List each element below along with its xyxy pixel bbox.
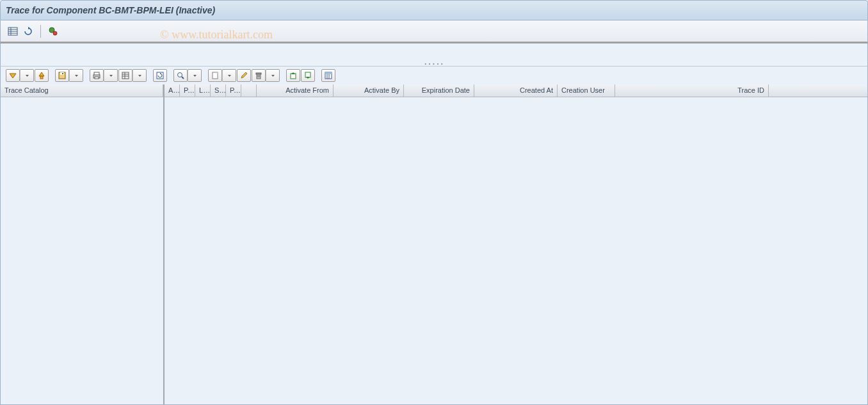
grid-icon [121, 71, 130, 80]
svg-marker-29 [193, 75, 197, 77]
layout-dropdown[interactable] [133, 69, 147, 82]
find-icon [176, 71, 185, 80]
pencil-icon [239, 71, 248, 80]
print-button[interactable] [90, 69, 104, 82]
app-toolbar [0, 20, 868, 44]
print-dropdown[interactable] [104, 69, 118, 82]
refresh-grid-button[interactable] [153, 69, 167, 82]
svg-marker-10 [39, 72, 44, 76]
col-p2[interactable]: P... [226, 84, 241, 97]
create-icon [211, 71, 220, 80]
svg-rect-20 [122, 72, 129, 79]
col-activate-by[interactable]: Activate By [334, 84, 404, 97]
save-icon [58, 71, 67, 80]
svg-marker-38 [271, 75, 275, 77]
col-created-at[interactable]: Created At [474, 84, 558, 97]
import-button[interactable] [301, 69, 315, 82]
svg-rect-41 [305, 72, 310, 77]
activate-icon [48, 26, 58, 36]
svg-rect-46 [325, 72, 332, 74]
svg-marker-19 [109, 75, 113, 77]
title-bar: Trace for Component BC-BMT-BPM-LEI (Inac… [0, 0, 868, 20]
svg-marker-9 [26, 75, 29, 77]
col-blank[interactable] [241, 84, 257, 97]
details-icon [8, 71, 17, 80]
svg-marker-32 [228, 75, 231, 77]
refresh-grid-icon [156, 71, 165, 80]
svg-rect-18 [95, 77, 99, 79]
print-icon [92, 71, 101, 80]
svg-rect-14 [62, 73, 63, 74]
col-trace-id[interactable]: Trace ID [615, 84, 769, 97]
create-dropdown[interactable] [222, 69, 236, 82]
col-activate-from[interactable]: Activate From [257, 84, 334, 97]
trash-icon [254, 71, 263, 80]
create-button[interactable] [208, 69, 222, 82]
export-icon [289, 71, 298, 80]
save-layout-button[interactable] [55, 69, 69, 82]
grid-body[interactable] [165, 97, 867, 404]
col-l[interactable]: L... [195, 84, 211, 97]
svg-point-27 [178, 73, 182, 77]
save-dropdown[interactable] [69, 69, 83, 82]
alv-toolbar [0, 67, 868, 84]
svg-marker-8 [10, 74, 16, 78]
page-title: Trace for Component BC-BMT-BPM-LEI (Inac… [6, 5, 215, 15]
columns-icon [324, 71, 333, 80]
secondary-bar: • • • • • [0, 44, 868, 67]
tree-pane: Trace Catalog [1, 84, 165, 404]
svg-marker-24 [138, 75, 141, 77]
layout-button[interactable] [118, 69, 133, 82]
settings-button[interactable] [321, 69, 335, 82]
col-a[interactable]: A... [165, 84, 180, 97]
svg-point-7 [53, 31, 57, 35]
svg-marker-33 [241, 72, 247, 78]
list-icon [8, 27, 18, 36]
sort-asc-icon [37, 71, 46, 80]
sort-asc-button[interactable] [35, 69, 49, 82]
grid-pane: A... P... L... S... P... Activate From A… [165, 84, 867, 404]
delete-dropdown[interactable] [266, 69, 280, 82]
delete-button[interactable] [252, 69, 266, 82]
export-button[interactable] [286, 69, 300, 82]
tree-header[interactable]: Trace Catalog [1, 84, 163, 97]
svg-line-28 [182, 77, 184, 79]
svg-rect-11 [40, 76, 43, 79]
activate-button[interactable] [46, 24, 60, 38]
col-filler [769, 84, 867, 97]
svg-rect-35 [256, 73, 261, 74]
details-dropdown[interactable] [20, 69, 34, 82]
col-p1[interactable]: P... [180, 84, 195, 97]
details-button[interactable] [6, 69, 20, 82]
resize-grip[interactable]: • • • • • [424, 61, 443, 66]
tree-body[interactable] [1, 97, 163, 404]
col-expiration-date[interactable]: Expiration Date [404, 84, 474, 97]
grid-header-row: A... P... L... S... P... Activate From A… [165, 84, 867, 97]
change-button[interactable] [237, 69, 251, 82]
list-view-button[interactable] [6, 24, 20, 38]
svg-marker-15 [75, 75, 78, 77]
col-creation-user[interactable]: Creation User [558, 84, 615, 97]
svg-rect-39 [291, 74, 296, 79]
separator [40, 25, 41, 38]
refresh-button[interactable] [21, 24, 35, 38]
import-icon [303, 71, 312, 80]
col-s[interactable]: S... [211, 84, 226, 97]
find-dropdown[interactable] [188, 69, 202, 82]
find-button[interactable] [173, 69, 188, 82]
refresh-icon [23, 26, 33, 36]
grid-container: Trace Catalog A... P... L... S... P... A… [0, 84, 868, 405]
